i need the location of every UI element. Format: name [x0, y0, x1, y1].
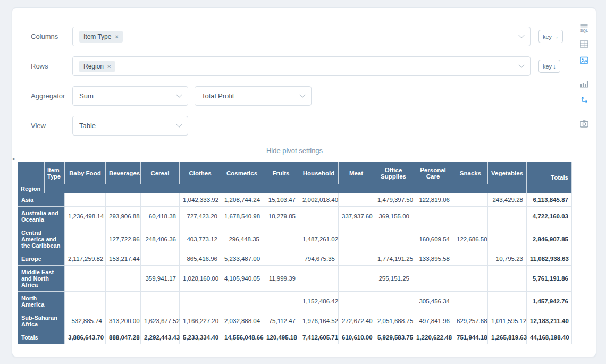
pivot-cell: 1,236,498.14 — [65, 207, 106, 226]
row-header: Asia — [18, 193, 65, 207]
key-arrow-down-icon: ↓ — [553, 63, 556, 70]
pivot-cell — [453, 207, 488, 226]
camera-icon[interactable] — [578, 117, 591, 130]
column-total-cell: 2,292,443.43 — [141, 331, 180, 344]
pivot-cell — [65, 193, 106, 207]
pivot-cell: 359,941.17 — [141, 266, 180, 292]
column-total-cell: 5,233,334.40 — [180, 331, 221, 344]
pivot-cell — [488, 226, 527, 252]
column-total-cell: 3,886,643.70 — [65, 331, 106, 344]
row-header: Central America and the Caribbean — [18, 226, 65, 252]
pivot-cell — [339, 193, 374, 207]
svg-text:SQL: SQL — [580, 29, 588, 33]
pivot-cell: 272,672.40 — [339, 311, 374, 331]
pivot-cell — [374, 292, 413, 311]
row-total-cell: 12,183,211.40 — [527, 311, 572, 331]
rows-select[interactable]: Region × — [72, 56, 531, 76]
pivot-cell: 1,479,397.50 — [374, 193, 413, 207]
pivot-cell — [488, 292, 527, 311]
pivot-cell — [263, 292, 299, 311]
pivot-cell: 2,002,018.40 — [299, 193, 339, 207]
pivot-cell — [453, 292, 488, 311]
view-select[interactable]: Table — [72, 116, 188, 136]
pivot-cell — [453, 252, 488, 266]
pivot-cell — [339, 252, 374, 266]
view-value: Table — [79, 122, 96, 130]
key-button-label: key — [543, 33, 552, 40]
pivot-cell — [106, 193, 141, 207]
aggregator-argument-value: Total Profit — [201, 92, 234, 100]
chevron-down-icon — [518, 62, 524, 67]
rows-tag-label: Region — [83, 63, 104, 70]
aggregator-argument-select[interactable]: Total Profit — [195, 86, 312, 106]
column-header: Vegetables — [488, 162, 527, 184]
row-total-cell: 4,722,160.03 — [527, 207, 572, 226]
pivot-cell — [299, 207, 339, 226]
view-control-row: View Table — [18, 116, 570, 136]
pivot-cell — [106, 266, 141, 292]
pivot-cell — [141, 252, 180, 266]
pivot-cell: 5,233,487.00 — [221, 252, 263, 266]
view-label: View — [18, 122, 72, 130]
pivot-cell — [141, 292, 180, 311]
table-row: Sub-Saharan Africa532,885.74313,200.001,… — [18, 311, 572, 331]
rows-label: Rows — [18, 62, 72, 70]
bar-chart-icon[interactable] — [578, 78, 591, 90]
pivot-cell — [263, 252, 299, 266]
rows-control-row: Rows Region × key ↓ — [18, 56, 570, 76]
columns-select[interactable]: Item Type × — [72, 27, 531, 46]
remove-tag-icon[interactable]: × — [115, 33, 118, 40]
pivot-cell — [299, 266, 339, 292]
collapse-panel-handle[interactable]: ▸ — [13, 156, 15, 162]
chevron-down-icon — [176, 91, 182, 97]
columns-key-order-button[interactable]: key → — [538, 30, 563, 43]
pivot-cell: 133,895.58 — [413, 252, 453, 266]
pivot-cell — [339, 266, 374, 292]
pivot-cell: 1,487,261.02 — [299, 226, 339, 252]
row-total-cell: 6,113,845.87 — [527, 193, 572, 207]
pivot-icon[interactable] — [578, 94, 591, 106]
columns-tag-label: Item Type — [83, 33, 111, 40]
table-icon[interactable] — [578, 38, 591, 50]
column-total-cell: 5,929,583.75 — [374, 331, 413, 344]
hide-pivot-settings-link[interactable]: Hide pivot settings — [266, 147, 323, 155]
remove-tag-icon[interactable]: × — [107, 63, 111, 70]
header-filler-cell — [45, 184, 527, 193]
pivot-cell: 4,105,940.05 — [221, 266, 263, 292]
columns-tag[interactable]: Item Type × — [79, 31, 123, 43]
pivot-cell — [65, 292, 106, 311]
chevron-down-icon — [176, 121, 182, 127]
main-panel: Columns Item Type × key → Rows Region × — [12, 8, 573, 357]
pivot-cell: 1,774,191.25 — [374, 252, 413, 266]
pivot-cell: 18,279.85 — [263, 207, 299, 226]
column-header: Fruits — [263, 162, 299, 184]
pivot-cell: 10,795.23 — [488, 252, 527, 266]
row-attr-label: Region — [18, 184, 45, 193]
aggregator-value: Sum — [79, 92, 94, 100]
pivot-cell: 11,999.39 — [263, 266, 299, 292]
pivot-cell — [413, 207, 453, 226]
chevron-down-icon — [299, 91, 305, 97]
image-icon[interactable] — [578, 54, 591, 66]
pivot-cell: 296,448.35 — [221, 226, 263, 252]
pivot-cell — [65, 226, 106, 252]
pivot-table-body: Asia1,042,333.921,208,744.2415,103.472,0… — [18, 193, 572, 344]
column-total-cell: 751,944.18 — [453, 331, 488, 344]
totals-row-header: Totals — [18, 331, 65, 344]
pivot-cell: 127,722.96 — [106, 226, 141, 252]
pivot-cell — [141, 193, 180, 207]
pivot-cell: 313,200.00 — [106, 311, 141, 331]
pivot-cell: 153,217.44 — [106, 252, 141, 266]
pivot-cell: 1,623,677.52 — [141, 311, 180, 331]
pivot-cell: 243,429.28 — [488, 193, 527, 207]
pivot-cell: 727,423.20 — [180, 207, 221, 226]
pivot-cell: 2,051,688.75 — [374, 311, 413, 331]
rows-key-order-button[interactable]: key ↓ — [538, 60, 560, 73]
sql-icon[interactable]: SQL — [578, 22, 591, 35]
pivot-cell — [413, 266, 453, 292]
key-button-label: key — [543, 63, 552, 70]
rows-tag[interactable]: Region × — [79, 61, 115, 72]
pivot-table-head: Item TypeBaby FoodBeveragesCerealClothes… — [18, 162, 572, 193]
aggregator-select[interactable]: Sum — [72, 86, 188, 106]
column-total-cell: 1,265,819.63 — [488, 331, 527, 344]
